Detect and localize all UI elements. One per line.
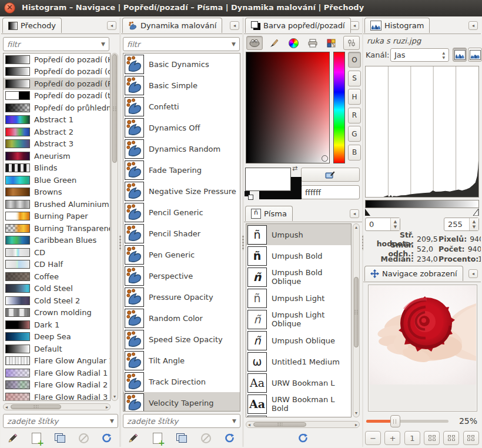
panel-menu-arrow-icon[interactable]: ◂ — [468, 21, 478, 30]
delete-dynamics-button[interactable] — [199, 431, 213, 445]
font-item[interactable]: AaURW Bookman L Bold — [246, 393, 351, 414]
zoom-1-1-button[interactable]: 1 — [404, 431, 420, 445]
navigation-preview[interactable] — [368, 285, 477, 412]
font-item[interactable]: ñUmpush Bold Oblique — [246, 266, 351, 287]
gradient-item[interactable]: Dark 1 — [4, 319, 110, 331]
filter-field[interactable] — [7, 40, 99, 49]
dynamics-item[interactable]: Basic Dynamics — [123, 54, 240, 75]
palette-selector-button[interactable] — [324, 36, 339, 50]
gradient-item[interactable]: Flare Glow Angular 1 — [4, 355, 110, 367]
tags-field[interactable] — [127, 417, 230, 426]
tags-field[interactable] — [7, 417, 108, 426]
new-gradient-button[interactable] — [29, 431, 43, 445]
gradient-item[interactable]: Deep Sea — [4, 331, 110, 343]
watercolor-selector-button[interactable] — [267, 36, 282, 50]
font-item[interactable]: ñUmpush — [246, 224, 351, 245]
hex-color-input[interactable] — [301, 185, 360, 199]
zoom-slider-handle[interactable] — [390, 415, 400, 427]
refresh-dynamics-button[interactable] — [223, 431, 237, 445]
scales-selector-button[interactable] — [343, 36, 360, 50]
cmyk-selector-button[interactable] — [306, 36, 320, 50]
gradient-item[interactable]: Popředí do pozadí (odstí — [4, 66, 110, 78]
gradient-item[interactable]: Flare Glow Radial 1 — [4, 367, 110, 379]
channel-button-r[interactable]: R — [348, 108, 361, 123]
font-item[interactable]: ñUmpush Light — [246, 287, 351, 309]
font-item[interactable]: ωUntitled1 Medium — [246, 351, 351, 372]
hex-field[interactable] — [305, 188, 356, 197]
dynamics-item[interactable]: Dynamics Off — [123, 117, 240, 138]
zoom-slider-track[interactable] — [366, 420, 448, 423]
gradient-item[interactable]: Burning Paper — [4, 210, 110, 223]
dynamics-filter-input[interactable]: ▼ — [123, 37, 240, 51]
gradient-item[interactable]: Abstract 3 — [4, 138, 110, 151]
tab-histogram[interactable]: Histogram — [364, 18, 430, 33]
fit-image-in-window-button[interactable] — [424, 431, 440, 445]
dynamics-item[interactable]: Basic Simple — [123, 75, 240, 96]
panel-menu-arrow-icon[interactable]: ◂ — [107, 21, 116, 30]
channel-button-b[interactable]: B — [348, 145, 361, 161]
spinner-arrows-icon[interactable]: ▲▼ — [469, 218, 478, 230]
gradient-item[interactable]: Browns — [4, 186, 110, 199]
gradient-item[interactable]: Brushed Aluminium — [4, 198, 110, 210]
font-item[interactable]: ñUmpush Light Oblique — [246, 309, 351, 330]
zoom-out-button[interactable]: − — [365, 431, 381, 445]
channel-combo[interactable]: Jas ▲▼ — [390, 48, 449, 62]
scrollbar-handle[interactable] — [112, 54, 117, 163]
gradient-item[interactable]: Blinds — [4, 162, 110, 175]
channel-button-g[interactable]: G — [348, 126, 361, 142]
gradient-item[interactable]: Default — [4, 343, 110, 355]
gradients-vscrollbar[interactable]: ▾ — [111, 53, 118, 401]
dynamics-item[interactable]: Speed Size Opacity — [123, 329, 240, 350]
scrollbar-handle[interactable] — [253, 422, 306, 427]
tab-dynamics[interactable]: Dynamika malování — [122, 18, 222, 33]
scroll-down-icon[interactable]: ▾ — [355, 411, 357, 416]
font-item[interactable] — [246, 414, 351, 417]
swap-colors-icon[interactable]: ⇄ — [292, 165, 300, 173]
gradient-item[interactable]: Crown molding — [4, 307, 110, 319]
scroll-right-icon[interactable]: ▸ — [106, 405, 108, 410]
scroll-up-icon[interactable]: ▴ — [355, 225, 357, 230]
zoom-in-button[interactable]: + — [384, 431, 400, 445]
tab-gradients[interactable]: Přechody — [2, 18, 62, 33]
tab-navigation[interactable]: Navigace zobrazení — [364, 266, 463, 281]
panel-menu-arrow-icon[interactable]: ◂ — [230, 21, 239, 30]
duplicate-dynamics-button[interactable] — [175, 431, 189, 445]
dynamics-item[interactable]: Confetti — [123, 96, 240, 117]
gradient-item[interactable]: Abstract 1 — [4, 114, 110, 126]
dynamics-item[interactable]: Track Direction — [123, 371, 240, 392]
scrollbar-handle[interactable] — [11, 404, 61, 409]
histogram-log-button[interactable] — [468, 48, 482, 62]
gradient-item[interactable]: Coffee — [4, 270, 110, 283]
gradient-item[interactable]: Popředí do pozadí (RGB) — [4, 78, 110, 90]
scroll-left-icon[interactable]: ◂ — [248, 423, 250, 427]
edit-dynamics-button[interactable] — [126, 431, 140, 445]
color-wheel-selector-button[interactable] — [286, 36, 300, 50]
new-dynamics-button[interactable] — [150, 431, 165, 445]
dynamics-item[interactable]: Fade Tapering — [123, 159, 240, 180]
font-item[interactable]: AaURW Bookman L — [246, 372, 351, 393]
fill-window-button[interactable] — [443, 431, 459, 445]
spinner-arrows-icon[interactable]: ▲▼ — [442, 51, 445, 60]
dynamics-item[interactable]: Random Color — [123, 307, 240, 329]
dynamics-item[interactable]: Pen Generic — [123, 244, 240, 265]
scrollbar-handle[interactable] — [354, 277, 359, 347]
high-range-slider[interactable] — [473, 209, 478, 216]
panel-menu-arrow-icon[interactable]: ◂ — [468, 269, 478, 278]
spinner-arrows-icon[interactable]: ▲▼ — [390, 218, 400, 230]
font-item[interactable]: ñUmpush Oblique — [246, 330, 351, 351]
range-high-spinbox[interactable]: 255 ▲▼ — [444, 218, 479, 231]
pick-color-button[interactable] — [301, 168, 360, 182]
tab-color[interactable]: Barva popředí/pozadí — [245, 18, 351, 33]
channel-button-h[interactable]: H — [348, 89, 361, 105]
gradient-item[interactable]: Popředí do průhlednosti — [4, 102, 110, 114]
channel-button-s[interactable]: S — [348, 71, 361, 86]
edit-gradient-button[interactable] — [6, 431, 20, 445]
gradient-item[interactable]: Caribbean Blues — [4, 235, 110, 247]
gradient-item[interactable]: Flare Glow Radial 2 — [4, 379, 110, 392]
gradient-item[interactable]: Flare Glow Radial 3 — [4, 391, 110, 401]
dynamics-item[interactable]: Negative Size Pressure — [123, 180, 240, 202]
saturation-value-square[interactable] — [246, 52, 330, 163]
scroll-right-icon[interactable]: ▸ — [355, 423, 357, 427]
duplicate-gradient-button[interactable] — [53, 431, 67, 445]
histogram-chart[interactable] — [365, 66, 479, 198]
